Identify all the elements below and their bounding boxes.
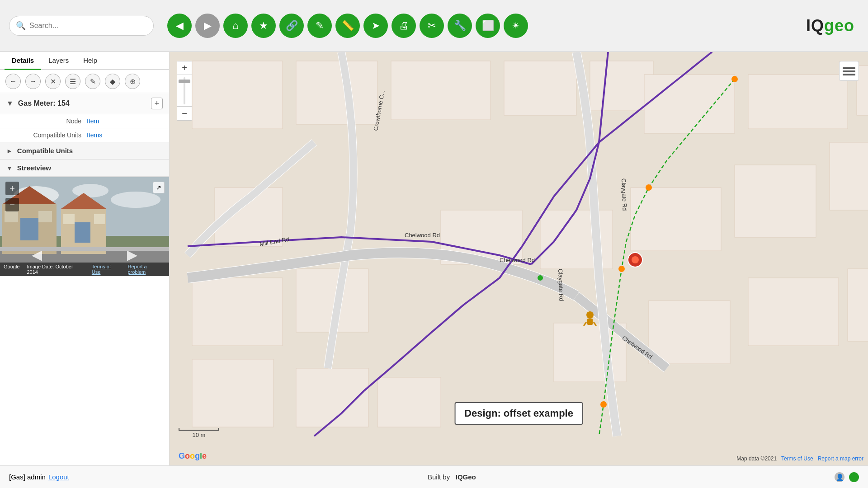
app-logo: IQgeo <box>806 16 854 35</box>
svg-point-2 <box>72 184 108 197</box>
svg-rect-49 <box>587 319 593 325</box>
measure-button[interactable]: 📏 <box>335 14 360 38</box>
left-panel: Details Layers Help ← → ✕ ☰ ✎ ◆ ⊕ ▼ Gas … <box>0 52 170 465</box>
svg-text:Claygate Rd: Claygate Rd <box>557 269 565 301</box>
nav-buttons: ◀ ▶ ⌂ ★ 🔗 ✎ 📏 ➤ 🖨 ✂ 🔧 ⬜ ✴ <box>167 14 528 38</box>
status-left: [Gas] admin Logout <box>9 473 69 481</box>
panel-forward-button[interactable]: → <box>25 74 41 89</box>
user-label: [Gas] admin <box>9 473 46 481</box>
panel-navigate-button[interactable]: ◆ <box>105 74 120 89</box>
panel-toolbar: ← → ✕ ☰ ✎ ◆ ⊕ <box>0 70 169 93</box>
expand-button[interactable]: ✴ <box>504 14 528 38</box>
svg-rect-14 <box>63 214 75 224</box>
svg-rect-15 <box>94 214 105 224</box>
svg-rect-29 <box>735 165 816 237</box>
svg-rect-16 <box>0 247 169 251</box>
gas-meter-add-button[interactable]: + <box>151 98 163 109</box>
streetview-prev-button[interactable]: ◀ <box>32 247 42 263</box>
compatible-units-property-row: Compatible Units Items <box>0 128 169 142</box>
compatible-units-value-link[interactable]: Items <box>87 131 102 139</box>
svg-rect-59 <box>843 67 855 69</box>
forward-button[interactable]: ▶ <box>195 14 220 38</box>
streetview-next-button[interactable]: ▶ <box>127 247 137 263</box>
link-button[interactable]: 🔗 <box>279 14 304 38</box>
streetview-zoom-minus-button[interactable]: − <box>5 198 19 211</box>
status-bar: [Gas] admin Logout Built by IQGeo 👤 <box>0 465 868 488</box>
svg-point-41 <box>731 76 738 82</box>
streetview-date: Image Date: October 2014 <box>27 264 84 275</box>
map-report-link[interactable]: Report a map error <box>818 455 863 462</box>
streetview-terms-link[interactable]: Terms of Use <box>92 264 121 275</box>
search-bar: 🔍 <box>9 16 154 36</box>
streetview-section-title: Streetview <box>17 164 51 172</box>
navigate-button[interactable]: ➤ <box>363 14 388 38</box>
edit-button[interactable]: ✎ <box>307 14 332 38</box>
svg-rect-9 <box>5 211 18 222</box>
panel-collapse-button[interactable]: ◀ <box>169 250 170 268</box>
svg-rect-18 <box>192 61 283 129</box>
print-button[interactable]: 🖨 <box>392 14 416 38</box>
streetview-section-header[interactable]: ▼ Streetview <box>0 160 169 177</box>
svg-rect-34 <box>192 359 274 427</box>
streetview-zoom-plus-button[interactable]: + <box>5 182 19 195</box>
select-button[interactable]: ⬜ <box>476 14 500 38</box>
tab-details[interactable]: Details <box>5 52 41 70</box>
svg-point-3 <box>111 192 160 208</box>
panel-back-button[interactable]: ← <box>5 74 21 89</box>
built-by-label: Built by <box>428 473 450 481</box>
map-scale-bar: 10 m <box>179 428 219 438</box>
node-label: Node <box>18 117 81 125</box>
svg-rect-13 <box>75 222 90 243</box>
gas-meter-chevron[interactable]: ▼ <box>6 99 14 108</box>
logout-link[interactable]: Logout <box>48 473 69 481</box>
compatible-units-chevron: ► <box>6 147 13 155</box>
svg-text:Chelwood Rd: Chelwood Rd <box>405 232 440 239</box>
svg-rect-21 <box>504 61 576 115</box>
tab-help[interactable]: Help <box>76 52 104 70</box>
map-layers-button[interactable] <box>839 61 859 81</box>
home-button[interactable]: ⌂ <box>223 14 248 38</box>
search-icon: 🔍 <box>16 21 26 31</box>
map-terms-link[interactable]: Terms of Use <box>781 455 813 462</box>
cut-button[interactable]: ✂ <box>420 14 444 38</box>
scale-bar-line <box>179 428 219 431</box>
streetview-info-bar: Google Image Date: October 2014 Terms of… <box>0 263 169 276</box>
svg-point-48 <box>586 311 594 319</box>
scale-label: 10 m <box>179 432 219 438</box>
map-data-label: Map data ©2021 <box>736 455 777 462</box>
brand-label: IQGeo <box>456 473 476 481</box>
svg-rect-20 <box>391 61 491 120</box>
panel-close-button[interactable]: ✕ <box>45 74 61 89</box>
svg-point-43 <box>618 266 625 272</box>
streetview-google-label: Google <box>4 264 19 275</box>
search-input[interactable] <box>29 22 147 30</box>
svg-rect-31 <box>644 75 735 133</box>
compatible-units-label: Compatible Units <box>18 131 81 139</box>
compatible-units-section-header[interactable]: ► Compatible Units <box>0 142 169 160</box>
node-value-link[interactable]: Item <box>87 117 99 125</box>
svg-text:Chelwood Rd: Chelwood Rd <box>500 257 535 263</box>
map-area[interactable]: Crowthorne C... Chelwood Rd Chelwood Rd … <box>170 52 868 465</box>
status-dot <box>849 472 859 482</box>
tab-layers[interactable]: Layers <box>41 52 76 70</box>
panel-list-button[interactable]: ☰ <box>65 74 80 89</box>
design-label: Design: offset example <box>454 402 583 425</box>
map-zoom-in-button[interactable]: + <box>177 61 192 75</box>
streetview-expand-button[interactable]: ↗ <box>153 182 165 193</box>
svg-point-46 <box>632 256 639 263</box>
google-logo: Google <box>179 450 207 461</box>
streetview-report-link[interactable]: Report a problem <box>128 264 166 275</box>
tools-button[interactable]: 🔧 <box>448 14 472 38</box>
user-avatar: 👤 <box>835 472 844 482</box>
toolbar: 🔍 ◀ ▶ ⌂ ★ 🔗 ✎ 📏 ➤ 🖨 ✂ 🔧 ⬜ ✴ IQgeo <box>0 0 868 52</box>
svg-rect-24 <box>192 278 283 346</box>
svg-rect-40 <box>848 269 868 341</box>
panel-zoom-button[interactable]: ⊕ <box>125 74 140 89</box>
panel-edit-button[interactable]: ✎ <box>85 74 100 89</box>
streetview-container: + − ↗ ◀ ▶ Google Image Date: October 201… <box>0 177 169 276</box>
streetview-image <box>0 177 169 276</box>
bookmark-button[interactable]: ★ <box>251 14 276 38</box>
back-button[interactable]: ◀ <box>167 14 192 38</box>
tab-bar: Details Layers Help <box>0 52 169 70</box>
map-zoom-out-button[interactable]: − <box>177 107 192 120</box>
